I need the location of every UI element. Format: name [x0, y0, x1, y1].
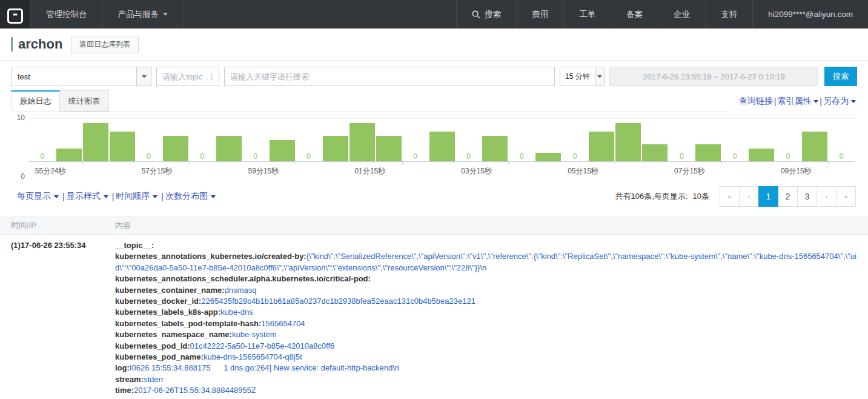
- topnav-products[interactable]: 产品与服务: [103, 0, 184, 29]
- histogram-bar[interactable]: [83, 123, 108, 161]
- page-button-›[interactable]: ›: [817, 186, 837, 207]
- log-field-line: kubernetes_docker_id:2265435fb28c4b1b1b6…: [115, 296, 860, 307]
- x-axis-tick-label: 55分24秒: [35, 166, 66, 176]
- search-button[interactable]: 搜索: [824, 67, 857, 86]
- chart-bar-slot: [56, 119, 82, 161]
- log-field-line: stream:stderr: [115, 374, 860, 385]
- chevron-down-icon: [163, 13, 168, 16]
- log-field-line: kubernetes_labels_k8s-app:kube-dns: [115, 307, 860, 318]
- topnav-item[interactable]: 备案: [611, 0, 658, 29]
- display-option-link[interactable]: 每页显示: [17, 191, 51, 202]
- chart-bar-slot: [82, 119, 109, 161]
- page-button-»[interactable]: »: [836, 186, 856, 207]
- chevron-down-icon: [813, 100, 818, 103]
- x-axis-tick-label: 59分15秒: [248, 166, 279, 176]
- page-button-«[interactable]: «: [720, 186, 740, 207]
- x-axis-tick-label: 05分15秒: [568, 166, 598, 176]
- chart-bar-slot: [801, 119, 828, 161]
- topnav-console[interactable]: 管理控制台: [31, 0, 103, 29]
- axis-tick: [721, 162, 722, 164]
- account-menu[interactable]: hi2099****@aliyun.com: [752, 0, 868, 29]
- log-field-key: time:: [115, 386, 134, 395]
- display-option-link[interactable]: 显示样式: [67, 191, 101, 202]
- x-axis-tick-label: 09分15秒: [781, 166, 812, 176]
- topnav-item[interactable]: 工单: [563, 0, 611, 29]
- histogram-bar[interactable]: [695, 144, 721, 161]
- chart-bar-slot: [748, 119, 775, 161]
- tab-actions: 查询链接|索引属性|另存为: [731, 96, 856, 112]
- logstore-select[interactable]: test: [11, 67, 151, 86]
- zero-count-label: 0: [242, 152, 269, 161]
- page-button-3[interactable]: 3: [797, 186, 817, 207]
- tab-raw-logs[interactable]: 原始日志: [11, 90, 60, 112]
- log-field-value: 2265435fb28c4b1b1b61a85a0237dc1b2938bfea…: [201, 297, 475, 306]
- topic-input[interactable]: [156, 67, 219, 86]
- histogram-bar[interactable]: [429, 132, 455, 161]
- topnav-item[interactable]: 费用: [516, 0, 563, 29]
- back-to-logstore-list-button[interactable]: 返回日志库列表: [71, 36, 139, 53]
- zero-count-label: 0: [136, 152, 162, 161]
- log-field-key: kubernetes_namespace_name:: [115, 330, 232, 339]
- chevron-down-icon: [211, 195, 216, 198]
- topnav-right: 搜索 费用工单备案企业支持 hi2099****@aliyun.com: [456, 0, 868, 29]
- chart-bar-slot: [615, 119, 641, 161]
- x-axis-tick-label: 03分15秒: [461, 166, 492, 176]
- histogram-bar[interactable]: [110, 132, 135, 161]
- separator: |: [112, 192, 114, 201]
- action-link[interactable]: 查询链接: [739, 96, 773, 107]
- log-field-key: stream:: [115, 375, 144, 384]
- page-button-1[interactable]: 1: [758, 186, 778, 207]
- topnav-item[interactable]: 企业: [658, 0, 705, 29]
- topnav-spacer: [184, 0, 456, 29]
- page-button-2[interactable]: 2: [778, 186, 798, 207]
- aliyun-logo-icon[interactable]: [0, 0, 31, 29]
- topnav-search[interactable]: 搜索: [456, 0, 516, 29]
- log-field-key: __topic__:: [115, 241, 154, 250]
- column-header-time-ip: 时间/IP: [11, 220, 115, 231]
- date-range-display: 2017-6-26 23:55:19 ~ 2017-6-27 0:10:19: [609, 67, 818, 86]
- axis-tick: [508, 162, 509, 164]
- chart-plot-area: 0000000000000: [29, 118, 855, 162]
- histogram-bar[interactable]: [615, 123, 641, 161]
- display-option-link[interactable]: 时间顺序: [116, 191, 150, 202]
- action-link[interactable]: 索引属性: [777, 96, 811, 107]
- histogram-bar[interactable]: [163, 136, 188, 161]
- log-field-value: I0626 15:55:34.888175 1 dns.go:264] New …: [130, 363, 399, 372]
- pagination-summary: 共有106条,每页显示:10条: [615, 191, 709, 202]
- histogram-bar[interactable]: [749, 149, 774, 161]
- page-button-‹[interactable]: ‹: [739, 186, 759, 207]
- tab-statistics-charts[interactable]: 统计图表: [60, 90, 109, 112]
- chart-bar-slot: [535, 119, 562, 161]
- histogram-bar[interactable]: [270, 140, 295, 161]
- action-link[interactable]: 另存为: [823, 96, 849, 107]
- display-option-link[interactable]: 次数分布图: [165, 191, 208, 202]
- axis-tick: [828, 162, 829, 164]
- histogram-bar[interactable]: [589, 132, 614, 161]
- histogram-bar[interactable]: [535, 153, 561, 161]
- keyword-search-input[interactable]: [224, 67, 555, 86]
- log-field-value: stderr: [144, 375, 164, 384]
- histogram-bar[interactable]: [323, 136, 348, 161]
- log-table: 时间/IP 内容 (1)17-06-26 23:55:34 __topic__:…: [0, 216, 868, 397]
- time-range-select[interactable]: 15 分钟: [560, 67, 605, 86]
- chart-bar-slot: [482, 119, 508, 161]
- axis-tick: [189, 162, 190, 164]
- log-field-line: kubernetes_pod_name:kube-dns-1565654704-…: [115, 352, 860, 363]
- chart-bar-slot: 0: [828, 119, 855, 161]
- histogram-bar[interactable]: [642, 144, 668, 161]
- topnav-search-label: 搜索: [485, 9, 501, 20]
- log-field-key: kubernetes_container_name:: [115, 286, 225, 295]
- topnav-item[interactable]: 支持: [705, 0, 752, 29]
- log-histogram-chart: 10 0 0000000000000 55分24秒57分15秒59分15秒01分…: [29, 118, 855, 176]
- histogram-bar[interactable]: [802, 132, 827, 161]
- chevron-down-icon: [153, 195, 157, 198]
- histogram-bar[interactable]: [56, 149, 82, 161]
- histogram-bar[interactable]: [376, 136, 402, 161]
- chart-bar-slot: [109, 119, 136, 161]
- histogram-bar[interactable]: [350, 123, 375, 161]
- chevron-down-icon: [595, 67, 604, 86]
- histogram-bar[interactable]: [216, 136, 242, 161]
- histogram-bar[interactable]: [482, 136, 508, 161]
- page-size-value[interactable]: 10条: [693, 192, 709, 201]
- log-field-line: kubernetes_annotations_kubernetes.io/cre…: [115, 251, 860, 273]
